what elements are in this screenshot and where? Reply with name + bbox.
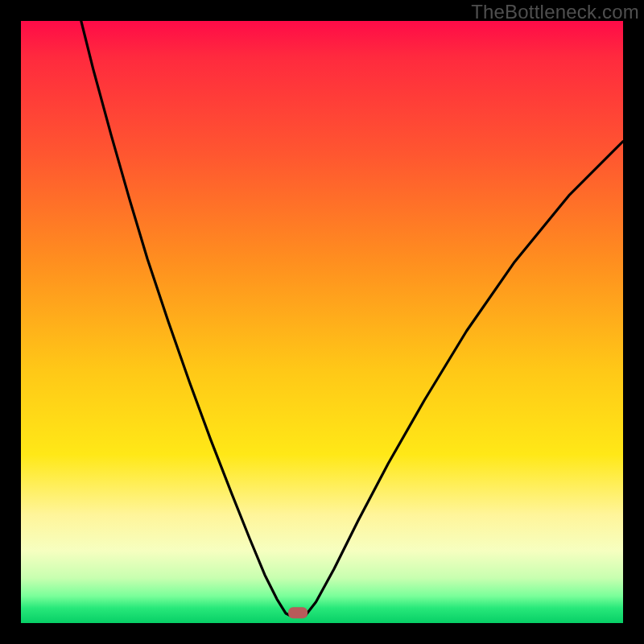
notch-marker [288,607,308,618]
bottleneck-curve [81,21,623,616]
chart-frame: TheBottleneck.com [0,0,644,644]
curve-layer [21,21,623,623]
plot-area [21,21,623,623]
watermark-text: TheBottleneck.com [471,1,639,23]
